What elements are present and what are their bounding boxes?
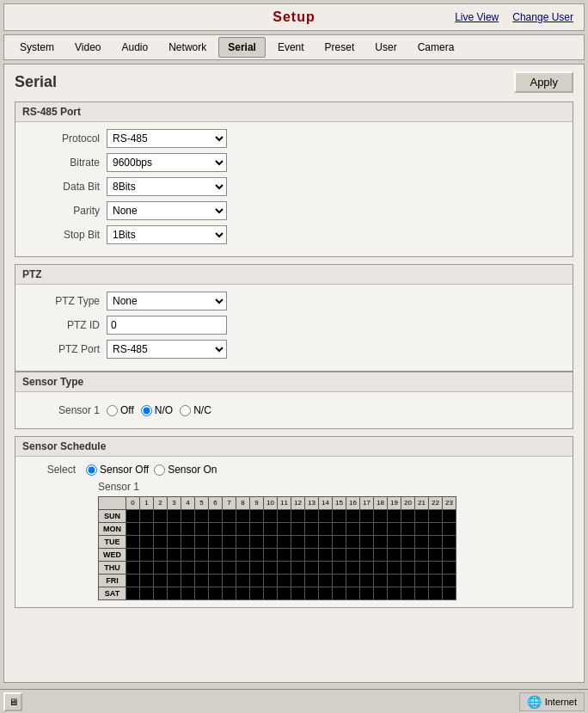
schedule-cell-thu-10[interactable]: [264, 562, 278, 575]
schedule-cell-mon-23[interactable]: [443, 523, 456, 536]
schedule-cell-sun-20[interactable]: [401, 510, 415, 523]
schedule-cell-sat-19[interactable]: [388, 587, 401, 600]
schedule-cell-sat-7[interactable]: [223, 587, 236, 600]
schedule-cell-sun-12[interactable]: [291, 510, 305, 523]
schedule-cell-fri-9[interactable]: [250, 575, 264, 587]
sensor-off-option[interactable]: Sensor Off: [86, 464, 149, 476]
schedule-cell-tue-19[interactable]: [388, 536, 401, 549]
schedule-cell-tue-11[interactable]: [278, 536, 291, 549]
schedule-cell-tue-18[interactable]: [374, 536, 388, 549]
schedule-cell-fri-5[interactable]: [195, 575, 209, 587]
sensor1-nc-option[interactable]: N/C: [180, 404, 211, 416]
schedule-cell-sat-2[interactable]: [154, 587, 168, 600]
schedule-cell-sun-22[interactable]: [429, 510, 443, 523]
sensor1-no-option[interactable]: N/O: [141, 404, 173, 416]
schedule-cell-tue-17[interactable]: [360, 536, 374, 549]
schedule-cell-fri-12[interactable]: [291, 575, 305, 587]
schedule-cell-sat-23[interactable]: [443, 587, 456, 600]
schedule-cell-sun-5[interactable]: [195, 510, 209, 523]
schedule-cell-tue-21[interactable]: [415, 536, 429, 549]
nav-preset[interactable]: Preset: [316, 38, 364, 57]
schedule-cell-sun-3[interactable]: [168, 510, 181, 523]
schedule-cell-sun-15[interactable]: [333, 510, 346, 523]
schedule-cell-sat-3[interactable]: [168, 587, 181, 600]
schedule-cell-thu-6[interactable]: [209, 562, 223, 575]
sensor-on-radio[interactable]: [154, 464, 165, 476]
sensor1-off-radio[interactable]: [107, 405, 118, 416]
schedule-cell-sat-16[interactable]: [346, 587, 360, 600]
schedule-cell-fri-20[interactable]: [401, 575, 415, 587]
schedule-cell-sat-10[interactable]: [264, 587, 278, 600]
schedule-cell-wed-19[interactable]: [388, 549, 401, 562]
schedule-cell-tue-6[interactable]: [209, 536, 223, 549]
schedule-cell-wed-13[interactable]: [305, 549, 319, 562]
schedule-cell-sat-13[interactable]: [305, 587, 319, 600]
ptzport-select[interactable]: RS-485 RS-232: [107, 340, 227, 359]
schedule-cell-tue-4[interactable]: [181, 536, 195, 549]
schedule-cell-thu-1[interactable]: [140, 562, 154, 575]
schedule-cell-wed-8[interactable]: [236, 549, 250, 562]
schedule-cell-tue-9[interactable]: [250, 536, 264, 549]
schedule-cell-wed-7[interactable]: [223, 549, 236, 562]
schedule-cell-wed-14[interactable]: [319, 549, 333, 562]
databit-select[interactable]: 8Bits 7Bits: [107, 177, 227, 196]
schedule-cell-sat-21[interactable]: [415, 587, 429, 600]
schedule-cell-sun-16[interactable]: [346, 510, 360, 523]
schedule-cell-sat-18[interactable]: [374, 587, 388, 600]
schedule-cell-sat-20[interactable]: [401, 587, 415, 600]
schedule-cell-fri-7[interactable]: [223, 575, 236, 587]
schedule-cell-wed-12[interactable]: [291, 549, 305, 562]
schedule-cell-wed-5[interactable]: [195, 549, 209, 562]
protocol-select[interactable]: RS-485 RS-232: [107, 129, 227, 148]
schedule-cell-mon-15[interactable]: [333, 523, 346, 536]
schedule-cell-thu-4[interactable]: [181, 562, 195, 575]
schedule-cell-tue-1[interactable]: [140, 536, 154, 549]
schedule-cell-fri-22[interactable]: [429, 575, 443, 587]
schedule-cell-tue-0[interactable]: [126, 536, 140, 549]
schedule-cell-tue-10[interactable]: [264, 536, 278, 549]
schedule-cell-fri-14[interactable]: [319, 575, 333, 587]
schedule-cell-sun-13[interactable]: [305, 510, 319, 523]
schedule-cell-sat-14[interactable]: [319, 587, 333, 600]
sensor1-off-option[interactable]: Off: [107, 404, 134, 416]
schedule-cell-mon-2[interactable]: [154, 523, 168, 536]
schedule-cell-mon-7[interactable]: [223, 523, 236, 536]
schedule-cell-wed-4[interactable]: [181, 549, 195, 562]
schedule-cell-sun-23[interactable]: [443, 510, 456, 523]
schedule-cell-wed-6[interactable]: [209, 549, 223, 562]
nav-audio[interactable]: Audio: [113, 38, 157, 57]
schedule-cell-thu-23[interactable]: [443, 562, 456, 575]
schedule-cell-wed-0[interactable]: [126, 549, 140, 562]
schedule-cell-thu-13[interactable]: [305, 562, 319, 575]
nav-system[interactable]: System: [11, 38, 63, 57]
ptztype-select[interactable]: None Pelco-D Pelco-P: [107, 292, 227, 310]
schedule-cell-sat-8[interactable]: [236, 587, 250, 600]
schedule-cell-tue-14[interactable]: [319, 536, 333, 549]
schedule-cell-mon-6[interactable]: [209, 523, 223, 536]
schedule-cell-sun-0[interactable]: [126, 510, 140, 523]
schedule-cell-sun-21[interactable]: [415, 510, 429, 523]
taskbar-start-button[interactable]: 🖥: [3, 692, 22, 711]
nav-serial[interactable]: Serial: [218, 37, 266, 58]
schedule-cell-fri-6[interactable]: [209, 575, 223, 587]
sensor1-no-radio[interactable]: [141, 405, 152, 416]
schedule-cell-fri-4[interactable]: [181, 575, 195, 587]
schedule-cell-mon-5[interactable]: [195, 523, 209, 536]
schedule-cell-sat-17[interactable]: [360, 587, 374, 600]
schedule-cell-thu-21[interactable]: [415, 562, 429, 575]
schedule-cell-thu-14[interactable]: [319, 562, 333, 575]
schedule-cell-fri-19[interactable]: [388, 575, 401, 587]
schedule-cell-thu-12[interactable]: [291, 562, 305, 575]
schedule-cell-mon-9[interactable]: [250, 523, 264, 536]
schedule-cell-mon-18[interactable]: [374, 523, 388, 536]
schedule-cell-sun-1[interactable]: [140, 510, 154, 523]
schedule-cell-tue-16[interactable]: [346, 536, 360, 549]
schedule-cell-thu-16[interactable]: [346, 562, 360, 575]
schedule-cell-thu-15[interactable]: [333, 562, 346, 575]
schedule-cell-wed-1[interactable]: [140, 549, 154, 562]
schedule-cell-sun-11[interactable]: [278, 510, 291, 523]
schedule-cell-wed-15[interactable]: [333, 549, 346, 562]
schedule-cell-sun-6[interactable]: [209, 510, 223, 523]
schedule-cell-mon-14[interactable]: [319, 523, 333, 536]
schedule-cell-wed-11[interactable]: [278, 549, 291, 562]
